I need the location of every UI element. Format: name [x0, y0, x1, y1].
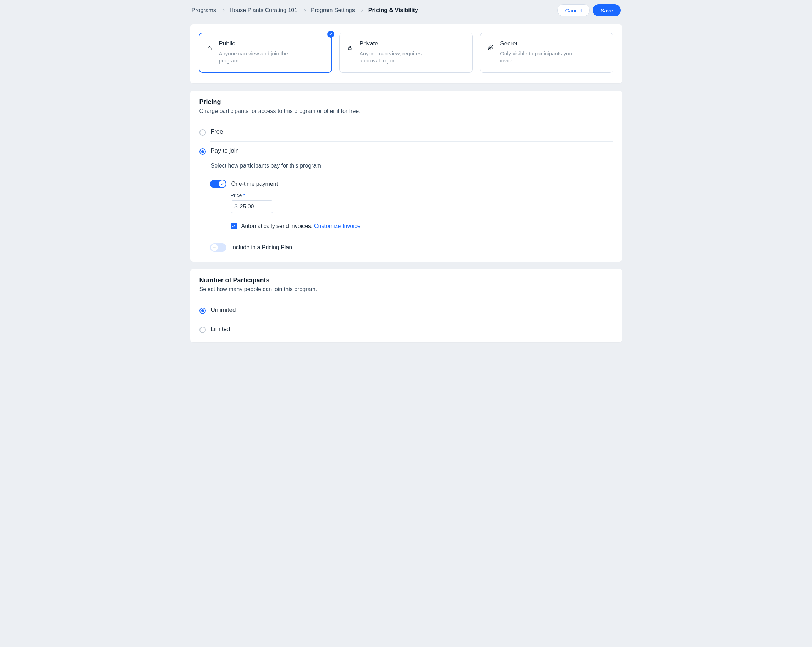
chevron-right-icon — [360, 9, 363, 12]
one-time-toggle-row: One-time payment — [210, 175, 622, 188]
breadcrumb-program-name[interactable]: House Plants Curating 101 — [230, 7, 298, 14]
chevron-right-icon — [303, 9, 305, 12]
pricing-subheading: Charge participants for access to this p… — [200, 108, 613, 114]
divider — [190, 299, 622, 299]
participants-option-unlimited[interactable]: Unlimited — [190, 301, 622, 320]
participants-card: Number of Participants Select how many p… — [190, 269, 622, 342]
visibility-public-desc: Anyone can view and join the program. — [219, 50, 301, 65]
topbar: Programs House Plants Curating 101 Progr… — [188, 0, 624, 21]
divider — [190, 121, 622, 121]
svg-rect-0 — [208, 47, 211, 50]
currency-symbol: $ — [235, 203, 238, 210]
eye-off-icon — [487, 44, 494, 51]
one-time-toggle[interactable] — [210, 180, 226, 188]
pricing-plan-label: Include in a Pricing Plan — [231, 244, 292, 251]
pricing-card: Pricing Charge participants for access t… — [190, 90, 622, 262]
breadcrumbs: Programs House Plants Curating 101 Progr… — [192, 7, 554, 14]
participants-subheading: Select how many people can join this pro… — [200, 286, 613, 293]
participants-option-limited[interactable]: Limited — [190, 320, 622, 339]
limited-label: Limited — [211, 326, 230, 333]
svg-rect-1 — [348, 47, 351, 49]
pricing-pay-subtitle: Select how participants pay for this pro… — [211, 163, 323, 169]
participants-heading: Number of Participants — [200, 277, 613, 284]
one-time-label: One-time payment — [231, 181, 278, 187]
breadcrumb-program-settings[interactable]: Program Settings — [311, 7, 355, 14]
radio-pay[interactable] — [200, 148, 206, 155]
pricing-option-free[interactable]: Free — [190, 122, 622, 141]
visibility-option-private[interactable]: Private Anyone can view, requires approv… — [339, 33, 473, 73]
required-indicator: * — [243, 193, 245, 198]
price-label: Price — [230, 193, 242, 198]
cancel-button[interactable]: Cancel — [557, 4, 590, 16]
chevron-right-icon — [221, 9, 224, 12]
radio-unlimited[interactable] — [200, 307, 206, 314]
breadcrumb-current: Pricing & Visibility — [368, 7, 418, 14]
breadcrumb-programs[interactable]: Programs — [192, 7, 216, 14]
unlock-icon — [206, 45, 213, 51]
selected-check-icon — [327, 31, 334, 38]
radio-free[interactable] — [200, 129, 206, 136]
visibility-private-desc: Anyone can view, requires approval to jo… — [360, 50, 441, 65]
auto-invoice-checkbox[interactable] — [230, 223, 237, 229]
price-input[interactable] — [240, 203, 269, 210]
save-button[interactable]: Save — [593, 4, 620, 16]
visibility-card: Public Anyone can view and join the prog… — [190, 24, 622, 83]
visibility-secret-title: Secret — [500, 40, 605, 47]
unlimited-label: Unlimited — [211, 306, 236, 314]
visibility-option-secret[interactable]: Secret Only visible to participants you … — [480, 33, 613, 73]
radio-limited[interactable] — [200, 327, 206, 333]
pricing-option-pay[interactable]: Pay to join Select how participants pay … — [190, 142, 622, 175]
pricing-pay-label: Pay to join — [211, 147, 239, 155]
visibility-option-public[interactable]: Public Anyone can view and join the prog… — [199, 33, 332, 73]
customize-invoice-link[interactable]: Customize Invoice — [314, 223, 360, 229]
pricing-plan-toggle[interactable] — [210, 243, 226, 252]
pricing-plan-toggle-row: Include in a Pricing Plan — [210, 236, 622, 258]
visibility-private-title: Private — [360, 40, 464, 47]
price-input-wrapper[interactable]: $ — [230, 200, 273, 213]
lock-icon — [347, 44, 353, 51]
auto-invoice-text: Automatically send invoices. — [241, 223, 313, 229]
visibility-public-title: Public — [219, 40, 324, 47]
visibility-secret-desc: Only visible to participants you invite. — [500, 50, 582, 65]
pricing-free-label: Free — [211, 128, 223, 135]
pricing-heading: Pricing — [200, 98, 613, 106]
